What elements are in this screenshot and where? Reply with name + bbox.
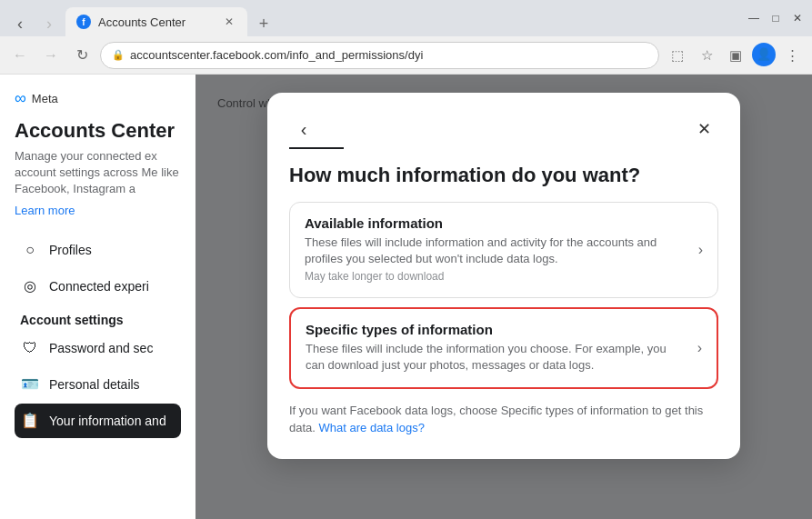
modal-close-btn[interactable]: ✕ [689, 115, 718, 144]
cast-icon[interactable]: ⬚ [665, 43, 690, 68]
account-settings-heading: Account settings [15, 305, 181, 331]
modal-divider [289, 147, 344, 149]
id-icon: 🪪 [20, 374, 40, 394]
sidebar-toggle-icon[interactable]: ▣ [723, 43, 748, 68]
menu-icon[interactable]: ⋮ [779, 43, 805, 68]
sidebar-item-connected[interactable]: ◎ Connected experi [15, 269, 181, 304]
tab-forward-btn[interactable]: › [36, 11, 62, 36]
option-specific-desc: These files will include the information… [306, 341, 687, 374]
modal-dialog: ‹ ✕ How much information do you want? Av… [267, 93, 740, 459]
sidebar-nav: ○ Profiles ◎ Connected experi Account se… [15, 233, 181, 438]
option-specific-arrow: › [697, 340, 702, 356]
option-available-content: Available information These files will i… [305, 215, 687, 284]
shield-icon: 🛡 [20, 338, 40, 358]
data-logs-link[interactable]: What are data logs? [319, 421, 425, 434]
option-available-arrow: › [698, 242, 703, 258]
bookmark-icon[interactable]: ☆ [694, 43, 719, 68]
connected-icon: ◎ [20, 276, 40, 296]
modal-footer: If you want Facebook data logs, choose S… [289, 402, 718, 437]
sidebar-desc: Manage your connected ex account setting… [15, 148, 181, 198]
tab-favicon: f [76, 15, 91, 29]
address-lock-icon: 🔒 [112, 49, 125, 61]
forward-btn[interactable]: → [38, 43, 64, 68]
meta-label: Meta [32, 92, 58, 105]
sidebar-item-label: Connected experi [49, 279, 149, 294]
option-specific-title: Specific types of information [306, 322, 687, 337]
info-icon: 📋 [20, 411, 40, 431]
tab-title: Accounts Center [98, 15, 215, 29]
sidebar: ∞ Meta Accounts Center Manage your conne… [0, 75, 195, 519]
sidebar-item-password[interactable]: 🛡 Password and sec [15, 331, 181, 365]
learn-more-link[interactable]: Learn more [15, 204, 75, 217]
tab-bar: ‹ › f Accounts Center ✕ + [7, 0, 276, 36]
reload-btn[interactable]: ↻ [69, 43, 95, 68]
window-controls: — □ ✕ [747, 11, 805, 25]
tab-back-btn[interactable]: ‹ [7, 11, 33, 36]
modal-title: How much information do you want? [289, 164, 718, 187]
sidebar-item-label: Password and sec [49, 341, 153, 355]
sidebar-title: Accounts Center [15, 119, 181, 143]
sidebar-item-label: Your information and [49, 414, 166, 428]
close-btn[interactable]: ✕ [790, 11, 805, 25]
meta-icon: ∞ [15, 89, 26, 108]
modal-overlay: ‹ ✕ How much information do you want? Av… [195, 75, 812, 519]
browser-window: ‹ › f Accounts Center ✕ + — □ ✕ ← → ↻ 🔒 … [0, 0, 812, 519]
page-content: ∞ Meta Accounts Center Manage your conne… [0, 75, 812, 519]
profile-icon: ○ [20, 240, 40, 260]
active-tab[interactable]: f Accounts Center ✕ [65, 7, 247, 36]
main-area: Control what information Meta technologi… [195, 75, 812, 519]
option-available-note: May take longer to download [305, 269, 687, 284]
address-bar[interactable]: 🔒 accountscenter.facebook.com/info_and_p… [100, 42, 659, 69]
profile-icon[interactable]: 👤 [752, 43, 776, 66]
sidebar-item-profiles[interactable]: ○ Profiles [15, 233, 181, 267]
modal-back-btn[interactable]: ‹ [289, 115, 318, 144]
sidebar-item-label: Profiles [49, 243, 92, 257]
sidebar-item-label: Personal details [49, 377, 140, 392]
address-text: accountscenter.facebook.com/info_and_per… [130, 48, 423, 62]
option-available-title: Available information [305, 215, 687, 231]
maximize-btn[interactable]: □ [768, 11, 783, 25]
option-specific[interactable]: Specific types of information These file… [289, 307, 718, 388]
toolbar-actions: ⬚ ☆ ▣ 👤 ⋮ [665, 43, 805, 68]
sidebar-item-personal[interactable]: 🪪 Personal details [15, 367, 181, 402]
minimize-btn[interactable]: — [747, 11, 761, 25]
option-specific-content: Specific types of information These file… [306, 322, 687, 374]
meta-logo: ∞ Meta [15, 89, 181, 108]
new-tab-btn[interactable]: + [251, 11, 276, 36]
back-btn[interactable]: ← [7, 43, 33, 68]
sidebar-item-your-info[interactable]: 📋 Your information and [15, 404, 181, 438]
option-available-desc: These files will include information and… [305, 235, 687, 284]
modal-header: ‹ ✕ [289, 115, 718, 144]
toolbar: ← → ↻ 🔒 accountscenter.facebook.com/info… [0, 36, 812, 75]
tab-close-btn[interactable]: ✕ [222, 15, 236, 29]
title-bar: ‹ › f Accounts Center ✕ + — □ ✕ [0, 0, 812, 36]
option-available[interactable]: Available information These files will i… [289, 202, 718, 298]
